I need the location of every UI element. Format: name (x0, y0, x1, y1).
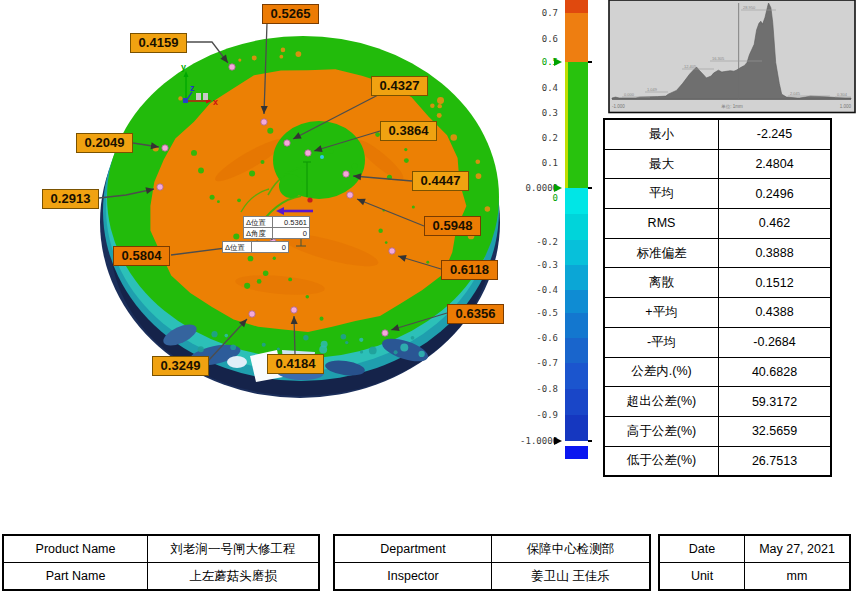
delta-measure-table[interactable]: Δ位置0.5361Δ角度0 (243, 216, 310, 239)
center-point-marker (320, 155, 324, 159)
stats-label: 平均 (604, 179, 719, 209)
delta-measure-table[interactable]: Δ位置0 (222, 241, 289, 253)
measure-point[interactable] (347, 192, 353, 198)
deviation-label[interactable]: 0.5265 (262, 4, 319, 24)
stats-row: 超出公差(%)59.3172 (604, 387, 831, 417)
stats-value: 40.6828 (719, 357, 832, 387)
deviation-label[interactable]: 0.4327 (371, 76, 428, 96)
stats-value: 0.4388 (719, 298, 832, 328)
colorbar-segment (565, 265, 588, 290)
stats-label: 最大 (604, 149, 719, 179)
deviation-histogram: 0.0001.04912.40516.30528.9502.0450.304-1… (608, 0, 856, 114)
deviation-label[interactable]: 0.5948 (424, 216, 481, 236)
stats-label: 公差内.(%) (604, 357, 719, 387)
colorbar-tick-label: 0.0000 (496, 183, 558, 193)
deviation-label[interactable]: 0.3249 (152, 356, 209, 376)
colorbar-underflow-swatch (565, 446, 588, 459)
colorbar-segment (565, 363, 588, 389)
axis-z-label: z (190, 83, 195, 93)
deviation-label[interactable]: 0.6356 (447, 304, 504, 324)
colorbar-marker (554, 437, 562, 445)
histogram-mark-label: 0.304 (837, 92, 848, 97)
stats-row: 低于公差(%)26.7513 (604, 446, 831, 476)
colorbar-marker (554, 58, 562, 66)
colorbar-segment (565, 62, 588, 188)
datum-point-red (307, 197, 312, 202)
deviation-label[interactable]: 0.4447 (412, 171, 469, 191)
delta-label: Δ角度 (244, 228, 273, 239)
stats-value: 0.2496 (719, 179, 832, 209)
measure-point[interactable] (291, 307, 297, 313)
stats-value: 0.462 (719, 209, 832, 239)
colorbar-notch (588, 440, 592, 442)
measure-point[interactable] (249, 311, 255, 317)
info-label: Department (334, 535, 492, 563)
measure-point[interactable] (229, 64, 235, 70)
stats-row: 平均0.2496 (604, 179, 831, 209)
measure-point[interactable] (382, 330, 388, 336)
colorbar-tick-label: -0.5 (496, 308, 558, 318)
stats-row: RMS0.462 (604, 209, 831, 239)
measure-point[interactable] (284, 140, 290, 146)
model-viewport[interactable]: y x z Δ位置0.5361Δ角度0Δ位置0 0.52650.41590.43… (0, 0, 540, 430)
department-info-table: Department保障中心检测部Inspector姜卫山 王佳乐 (333, 534, 651, 591)
colorbar-tick-label: -0.9 (496, 410, 558, 420)
measure-point[interactable] (343, 171, 349, 177)
stats-label: 最小 (604, 119, 719, 149)
info-value: May 27, 2021 (745, 535, 851, 563)
stats-row: 最小-2.245 (604, 119, 831, 149)
colorbar-green-edge (565, 62, 568, 188)
colorbar-segment (565, 0, 588, 13)
deviation-label[interactable]: 0.4159 (130, 33, 187, 53)
stats-label: RMS (604, 209, 719, 239)
info-label: Date (659, 535, 745, 563)
deviation-label[interactable]: 0.5804 (113, 246, 170, 266)
stats-row: 标准偏差0.3888 (604, 238, 831, 268)
colorbar-zero-sub: 0 (496, 193, 558, 203)
histogram-mark-label: 2.045 (790, 91, 801, 96)
info-value: 上左蘑菇头磨损 (148, 563, 320, 591)
stats-value: 0.1512 (719, 268, 832, 298)
histogram-mark-label: 0.000 (624, 92, 635, 97)
deviation-label[interactable]: 0.2913 (42, 189, 99, 209)
stats-value: 32.5659 (719, 416, 832, 446)
histogram-mark-label: 1.049 (647, 87, 658, 92)
colorbar-tick-label: -0.7 (496, 358, 558, 368)
colorbar-tick-label: 0.2 (496, 133, 558, 143)
measure-point[interactable] (389, 248, 395, 254)
histogram-mark-label: 28.950 (743, 5, 756, 10)
colorbar-segment (565, 313, 588, 338)
delta-value: 0.5361 (273, 217, 310, 228)
stats-label: 超出公差(%) (604, 387, 719, 417)
delta-label: Δ位置 (244, 217, 273, 228)
deviation-label[interactable]: 0.3864 (380, 121, 437, 141)
colorbar-tick-label: -0.6 (496, 333, 558, 343)
colorbar-tick-label: 0.3 (496, 108, 558, 118)
histogram-mark-label: 16.305 (712, 56, 725, 61)
histogram-axis-min: -1.000 (612, 104, 625, 109)
stats-value: 59.3172 (719, 387, 832, 417)
statistics-table: 最小-2.245最大2.4804平均0.2496RMS0.462标准偏差0.38… (603, 118, 832, 477)
measure-point[interactable] (261, 119, 267, 125)
measure-point[interactable] (305, 150, 311, 156)
stats-value: -2.245 (719, 119, 832, 149)
deviation-label[interactable]: 0.6118 (441, 260, 498, 280)
product-info-table: Product Name刘老涧一号闸大修工程Part Name上左蘑菇头磨损 (2, 534, 320, 591)
colorbar-tick-label: 0.5 (496, 57, 558, 67)
histogram-axis-title: 单位: 1mm (721, 104, 743, 109)
colorbar-segment (565, 214, 588, 240)
info-label: Unit (659, 563, 745, 591)
stats-value: 2.4804 (719, 149, 832, 179)
histogram-mark-label: 12.405 (684, 64, 697, 69)
stats-label: 标准偏差 (604, 238, 719, 268)
colorbar-segment (565, 188, 588, 214)
deviation-label[interactable]: 0.2049 (76, 133, 133, 153)
deviation-label[interactable]: 0.4184 (267, 354, 324, 374)
inspection-report-window: y x z Δ位置0.5361Δ角度0Δ位置0 0.52650.41590.43… (0, 0, 858, 594)
info-label: Inspector (334, 563, 492, 591)
measure-point[interactable] (162, 145, 168, 151)
measure-point[interactable] (157, 184, 163, 190)
date-unit-info-table: DateMay 27, 2021Unitmm (658, 534, 851, 591)
info-value: mm (745, 563, 851, 591)
info-value: 姜卫山 王佳乐 (492, 563, 651, 591)
